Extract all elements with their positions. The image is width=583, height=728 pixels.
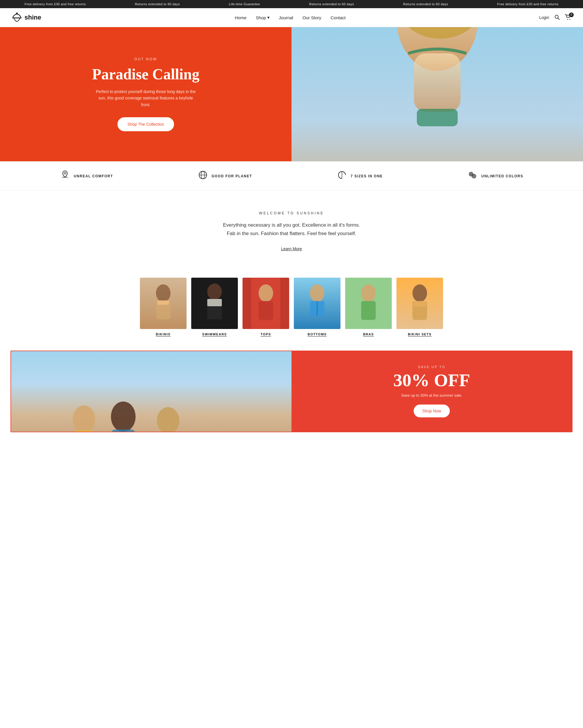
feature-colors: UNLIMITED COLORS xyxy=(467,170,523,182)
logo-icon xyxy=(12,12,22,23)
hero-description: Perfect to protect yourself during those… xyxy=(93,88,198,108)
nav-home[interactable]: Home xyxy=(235,15,247,20)
category-tops-label: TOPS xyxy=(260,333,271,336)
hero-section: OUT NOW Paradise Calling Perfect to prot… xyxy=(0,27,583,161)
main-nav: Home Shop ▾ Journal Our Story Contact xyxy=(235,15,346,20)
promo-image xyxy=(11,351,292,432)
category-bottoms[interactable]: BOTTOMS xyxy=(294,278,340,336)
svg-point-4 xyxy=(567,19,568,20)
nav-our-story[interactable]: Our Story xyxy=(303,15,321,20)
announcement-item-1: Free delivery from £30 and free returns xyxy=(22,2,89,6)
learn-more-link[interactable]: Learn More xyxy=(281,246,302,251)
category-bras-label: BRAS xyxy=(363,333,374,336)
announcement-item-5: Returns extended to 60 days xyxy=(400,2,451,6)
colors-icon xyxy=(467,170,478,182)
welcome-eyebrow: WELCOME TO SUNSHINE xyxy=(201,211,382,215)
hero-model-svg xyxy=(292,27,583,161)
svg-rect-11 xyxy=(414,53,461,112)
category-bikinis[interactable]: BIKINIS xyxy=(140,278,187,336)
promo-title: 30% OFF xyxy=(393,371,470,389)
comfort-icon xyxy=(60,170,70,182)
svg-point-33 xyxy=(310,284,325,302)
feature-sizes: 7 SIZES IN ONE xyxy=(337,170,383,182)
announcement-item-4: Returns extended to 60 days xyxy=(306,2,357,6)
planet-icon xyxy=(198,170,208,182)
chevron-down-icon: ▾ xyxy=(267,15,270,20)
announcement-item-2: Returns extended to 60 days xyxy=(132,2,183,6)
category-bottoms-label: BOTTOMS xyxy=(308,333,327,336)
nav-contact[interactable]: Contact xyxy=(331,15,346,20)
category-grid: BIKINIS SWIMWEARS xyxy=(0,263,583,350)
welcome-section: WELCOME TO SUNSHINE Everything necessary… xyxy=(0,191,583,263)
logo-text: shine xyxy=(25,14,41,21)
announcement-item-6: Free delivery from £30 and free returns xyxy=(494,2,561,6)
svg-point-25 xyxy=(207,284,222,300)
svg-rect-47 xyxy=(73,431,95,432)
promo-content: SAVE UP TO 30% OFF Save up to 30% at the… xyxy=(292,351,572,432)
shop-collection-button[interactable]: Shop The Collection xyxy=(117,117,174,131)
category-bikini-sets-label: BIKINI SETS xyxy=(408,333,432,336)
category-bottoms-image xyxy=(294,278,340,329)
promo-banner: SAVE UP TO 30% OFF Save up to 30% at the… xyxy=(10,350,573,432)
welcome-body: Everything necessary is all you got. Exc… xyxy=(201,221,382,238)
svg-rect-44 xyxy=(11,351,292,432)
announcement-bar: Free delivery from £30 and free returns … xyxy=(0,0,583,8)
svg-point-5 xyxy=(569,19,570,20)
category-bikinis-label: BIKINIS xyxy=(156,333,171,336)
logo[interactable]: shine xyxy=(12,12,41,23)
svg-rect-27 xyxy=(207,299,222,306)
feature-comfort: UNREAL COMFORT xyxy=(60,170,113,182)
header-actions: Login 0 xyxy=(539,14,571,21)
hero-model-image xyxy=(292,27,583,161)
category-bikini-sets[interactable]: BIKINI SETS xyxy=(396,278,443,336)
cart-count: 0 xyxy=(569,12,574,17)
hero-left: OUT NOW Paradise Calling Perfect to prot… xyxy=(0,27,292,161)
feature-sizes-label: 7 SIZES IN ONE xyxy=(351,174,383,178)
promo-eyebrow: SAVE UP TO xyxy=(418,365,446,369)
hero-eyebrow: OUT NOW xyxy=(134,57,158,61)
svg-point-13 xyxy=(64,172,66,174)
hero-image xyxy=(292,27,583,161)
svg-point-1 xyxy=(16,12,18,14)
announcement-item-3: Life-time Guarantee xyxy=(226,2,263,6)
nav-shop[interactable]: Shop ▾ xyxy=(256,15,270,20)
features-strip: UNREAL COMFORT GOOD FOR PLANET 7 SIZES I… xyxy=(0,161,583,191)
svg-point-48 xyxy=(111,401,136,432)
svg-line-3 xyxy=(558,18,559,20)
category-swimwears-label: SWIMWEARS xyxy=(202,333,227,336)
svg-rect-23 xyxy=(158,301,169,305)
svg-rect-39 xyxy=(361,301,376,320)
category-swimwears-image xyxy=(191,278,238,329)
shop-now-button[interactable]: Shop Now xyxy=(414,405,450,417)
search-icon[interactable] xyxy=(554,15,560,21)
cart-icon[interactable]: 0 xyxy=(565,14,571,21)
hero-title: Paradise Calling xyxy=(92,66,199,82)
login-link[interactable]: Login xyxy=(539,15,549,20)
svg-rect-43 xyxy=(413,301,426,307)
feature-planet: GOOD FOR PLANET xyxy=(198,170,252,182)
header: shine Home Shop ▾ Journal Our Story Cont… xyxy=(0,8,583,27)
svg-rect-0 xyxy=(12,18,22,18)
sizes-icon xyxy=(337,170,347,182)
svg-point-30 xyxy=(258,284,273,302)
category-tops-image xyxy=(243,278,289,329)
feature-planet-label: GOOD FOR PLANET xyxy=(212,174,252,178)
svg-rect-12 xyxy=(417,109,457,126)
promo-subtitle: Save up to 30% at the summer sale. xyxy=(401,393,462,397)
nav-journal[interactable]: Journal xyxy=(279,15,293,20)
category-swimwears[interactable]: SWIMWEARS xyxy=(191,278,238,336)
svg-point-41 xyxy=(413,284,427,302)
category-bras[interactable]: BRAS xyxy=(345,278,392,336)
svg-rect-31 xyxy=(258,301,273,320)
feature-colors-label: UNLIMITED COLORS xyxy=(481,174,523,178)
category-bikinis-image xyxy=(140,278,187,329)
feature-comfort-label: UNREAL COMFORT xyxy=(74,174,113,178)
category-bras-image xyxy=(345,278,392,329)
svg-point-19 xyxy=(472,174,476,179)
category-bikini-sets-image xyxy=(396,278,443,329)
svg-point-2 xyxy=(555,15,558,18)
svg-point-38 xyxy=(361,284,376,302)
category-tops[interactable]: TOPS xyxy=(243,278,289,336)
svg-point-21 xyxy=(156,284,170,302)
svg-rect-49 xyxy=(111,430,136,432)
